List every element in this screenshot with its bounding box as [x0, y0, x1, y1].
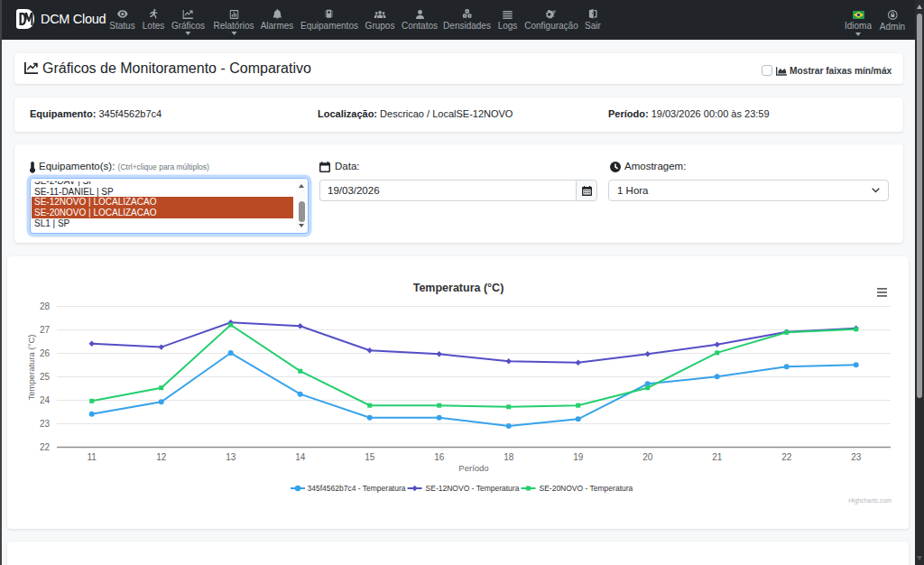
svg-text:SE-20NOVO - Temperatura: SE-20NOVO - Temperatura	[540, 484, 633, 493]
svg-text:18: 18	[504, 452, 514, 462]
svg-text:Temperatura (°C): Temperatura (°C)	[26, 335, 36, 401]
svg-text:22: 22	[781, 452, 792, 462]
svg-text:13: 13	[226, 452, 236, 462]
svg-text:Período: Período	[458, 463, 488, 473]
svg-text:23: 23	[40, 419, 51, 429]
svg-text:25: 25	[40, 372, 51, 382]
svg-text:12: 12	[156, 452, 167, 462]
svg-text:11: 11	[88, 452, 97, 462]
svg-text:19: 19	[573, 452, 584, 462]
svg-text:Highcharts.com: Highcharts.com	[848, 497, 892, 505]
svg-text:27: 27	[40, 325, 51, 335]
svg-text:24: 24	[40, 395, 51, 405]
svg-text:SE-12NOVO - Temperatura: SE-12NOVO - Temperatura	[426, 484, 520, 493]
svg-text:Temperatura (°C): Temperatura (°C)	[413, 282, 504, 294]
svg-text:345f4562b7c4 - Temperatura: 345f4562b7c4 - Temperatura	[308, 484, 406, 493]
svg-text:22: 22	[40, 442, 51, 452]
svg-text:28: 28	[40, 301, 51, 311]
svg-text:14: 14	[295, 452, 306, 462]
svg-text:26: 26	[40, 348, 51, 358]
svg-text:16: 16	[434, 452, 445, 462]
svg-text:20: 20	[642, 452, 653, 462]
svg-text:15: 15	[365, 452, 375, 462]
svg-text:23: 23	[851, 452, 862, 462]
svg-text:21: 21	[712, 452, 723, 462]
